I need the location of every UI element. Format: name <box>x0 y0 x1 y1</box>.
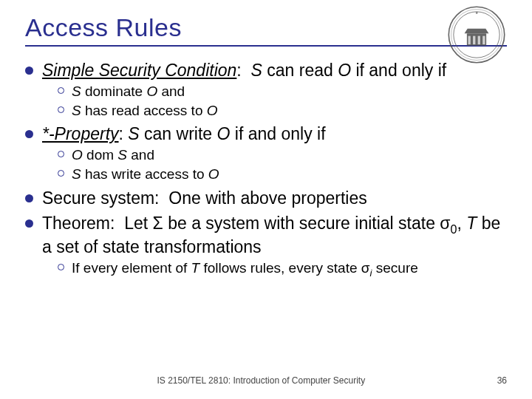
sub-bullet: S has read access to O <box>58 102 507 120</box>
bullet-ring-icon <box>58 151 64 157</box>
svg-rect-8 <box>482 36 485 44</box>
bullet-text: S has read access to O <box>72 102 507 120</box>
sub-bullet: If every element of T follows rules, eve… <box>58 259 507 279</box>
sub-bullet: O dom S and <box>58 146 507 164</box>
bullet-simple-security: Simple Security Condition: S can read O … <box>25 60 507 81</box>
bullet-text: S dominate O and <box>72 83 507 100</box>
bullet-text: Theorem: Let Σ be a system with secure i… <box>42 213 507 257</box>
bullet-ring-icon <box>58 170 64 177</box>
bullet-ring-icon <box>58 106 64 113</box>
bullet-text: S has write access to O <box>72 166 507 183</box>
svg-rect-6 <box>473 36 475 44</box>
bullet-text: Secure system: One with above properties <box>42 188 507 209</box>
content-area: Simple Security Condition: S can read O … <box>25 60 507 279</box>
bullet-text: *-Property: S can write O if and only if <box>42 123 507 145</box>
footer: IS 2150/TEL 2810: Introduction of Comput… <box>0 375 532 386</box>
bullet-disc-icon <box>25 130 33 138</box>
bullet-star-property: *-Property: S can write O if and only if <box>25 123 507 145</box>
bullet-secure-system: Secure system: One with above properties <box>25 188 507 209</box>
footer-course: IS 2150/TEL 2810: Introduction of Comput… <box>157 375 365 386</box>
bullet-text: Simple Security Condition: S can read O … <box>42 60 507 81</box>
bullet-ring-icon <box>58 264 64 270</box>
svg-rect-7 <box>478 36 480 44</box>
footer-page-number: 36 <box>497 375 507 386</box>
title-underline <box>25 45 507 47</box>
bullet-disc-icon <box>25 66 33 75</box>
bullet-disc-icon <box>25 219 33 228</box>
bullet-text: If every element of T follows rules, eve… <box>72 259 507 279</box>
bullet-text: O dom S and <box>72 146 507 164</box>
seal-icon: ★ <box>446 4 507 65</box>
sub-bullet: S dominate O and <box>58 83 507 100</box>
slide: ★ Access Rules Simple Security Condition… <box>0 0 532 399</box>
bullet-disc-icon <box>25 194 33 202</box>
bullet-ring-icon <box>58 87 64 94</box>
sub-bullet: S has write access to O <box>58 166 507 183</box>
bullet-theorem: Theorem: Let Σ be a system with secure i… <box>25 213 507 257</box>
svg-rect-5 <box>468 36 471 44</box>
svg-marker-4 <box>465 29 489 34</box>
slide-title: Access Rules <box>25 13 507 42</box>
